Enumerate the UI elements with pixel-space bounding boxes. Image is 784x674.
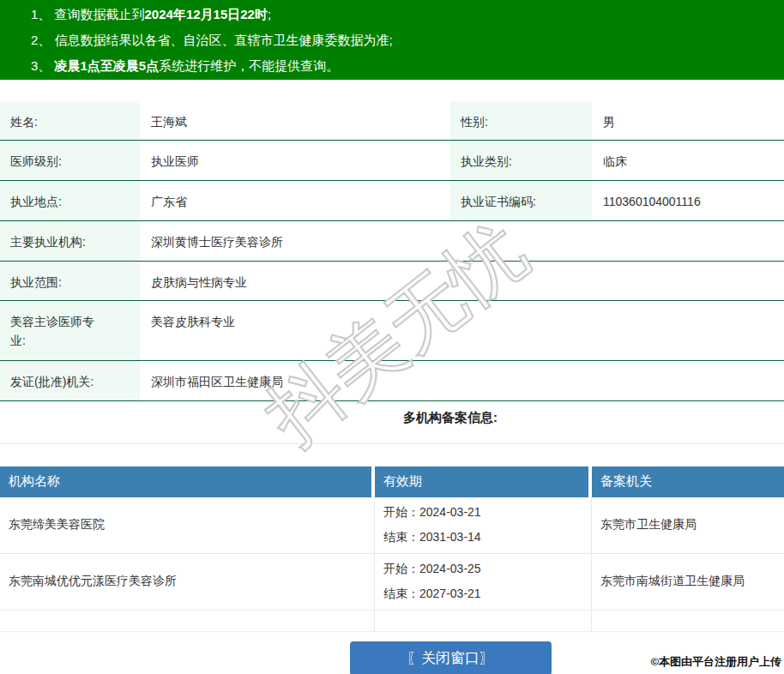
close-window-button[interactable]: 〖关闭窗口〗 <box>350 641 552 674</box>
notice-text: 系统进行维护，不能提供查询。 <box>159 58 339 73</box>
end-label: 结束： <box>383 530 419 544</box>
institution-name <box>0 611 375 632</box>
col-header-validity: 有效期 <box>375 466 592 497</box>
info-row-level-category: 医师级别: 执业医师 执业类别: 临床 <box>0 140 784 180</box>
label-issuing-authority: 发证(批准)机关: <box>0 360 140 400</box>
filing-table: 机构名称 有效期 备案机关 东莞缔美美容医院 开始：2024-03-21 结束：… <box>0 466 784 632</box>
filing-authority: 东莞市卫生健康局 <box>592 497 784 554</box>
filing-section-title: 多机构备案信息: <box>0 408 784 427</box>
notice-bold-text: 2024年12月15日22时 <box>145 7 268 21</box>
label-license-number: 执业证书编码: <box>450 180 592 220</box>
upload-attribution-note: ©本图由平台注册用户上传 <box>650 654 781 670</box>
filing-row-partial: 开始：2024-04-22 <box>0 611 784 632</box>
value-name: 王海斌 <box>140 101 450 140</box>
notice-line-3: 3、 凌晨1点至凌晨5点系统进行维护，不能提供查询。 <box>31 53 784 79</box>
info-row-practice-scope: 执业范围: 皮肤病与性病专业 <box>0 261 784 300</box>
end-label: 结束： <box>383 587 419 600</box>
validity-period: 开始：2024-03-21 结束：2031-03-14 <box>375 497 592 554</box>
validity-period: 开始：2024-04-22 <box>375 611 592 632</box>
validity-start: 开始：2024-03-25 <box>383 557 591 581</box>
info-row-issuing-authority: 发证(批准)机关: 深圳市福田区卫生健康局 <box>0 360 784 400</box>
validity-period: 开始：2024-03-25 结束：2027-03-21 <box>375 554 592 611</box>
label-practice-category: 执业类别: <box>450 140 592 180</box>
notice-text: 3、 <box>31 58 55 73</box>
notice-text: 1、 查询数据截止到 <box>31 7 145 21</box>
validity-end: 结束：2027-03-21 <box>383 581 591 606</box>
validity-start: 开始：2024-04-22 <box>383 626 591 632</box>
start-date: 2024-03-21 <box>419 505 481 519</box>
filing-row: 东莞南城优优元漾医疗美容诊所 开始：2024-03-25 结束：2027-03-… <box>0 554 784 611</box>
label-practice-location: 执业地点: <box>0 180 140 220</box>
institution-name: 东莞缔美美容医院 <box>0 497 375 554</box>
value-practice-location: 广东省 <box>140 180 450 220</box>
value-practice-category: 临床 <box>592 140 784 180</box>
start-label: 开始： <box>383 631 419 632</box>
start-label: 开始： <box>383 562 419 575</box>
validity-start: 开始：2024-03-21 <box>383 500 591 525</box>
label-main-institution: 主要执业机构: <box>0 220 140 261</box>
filing-header-row: 机构名称 有效期 备案机关 <box>0 466 784 497</box>
institution-name: 东莞南城优优元漾医疗美容诊所 <box>0 554 375 611</box>
start-label: 开始： <box>383 505 419 519</box>
value-license-number: 110360104001116 <box>592 180 784 220</box>
notice-text: ; <box>268 7 271 21</box>
query-result-window: 1、 查询数据截止到2024年12月15日22时; 2、 信息数据结果以各省、自… <box>0 0 784 674</box>
page-content: 1、 查询数据截止到2024年12月15日22时; 2、 信息数据结果以各省、自… <box>0 0 784 674</box>
value-gender: 男 <box>592 101 784 140</box>
label-gender: 性别: <box>450 101 592 140</box>
label-name: 姓名: <box>0 101 140 140</box>
filing-row: 东莞缔美美容医院 开始：2024-03-21 结束：2031-03-14 东莞市… <box>0 497 784 554</box>
start-date: 2024-04-22 <box>419 631 481 632</box>
value-cosmetic-specialty: 美容皮肤科专业 <box>140 300 784 360</box>
filing-authority: 东莞市南城街道卫生健康局 <box>592 554 784 611</box>
value-main-institution: 深圳黄博士医疗美容诊所 <box>140 220 784 261</box>
end-date: 2027-03-21 <box>419 587 481 600</box>
filing-authority <box>592 611 784 632</box>
info-row-main-institution: 主要执业机构: 深圳黄博士医疗美容诊所 <box>0 220 784 261</box>
section-divider <box>0 443 784 444</box>
filing-table-clip-area: 机构名称 有效期 备案机关 东莞缔美美容医院 开始：2024-03-21 结束：… <box>0 466 784 632</box>
doctor-info-table: 姓名: 王海斌 性别: 男 医师级别: 执业医师 执业类别: 临床 执业地点: … <box>0 101 784 401</box>
col-header-institution: 机构名称 <box>0 466 375 497</box>
notice-line-1: 1、 查询数据截止到2024年12月15日22时; <box>31 2 784 27</box>
validity-end: 结束：2031-03-14 <box>383 525 591 550</box>
info-row-name-gender: 姓名: 王海斌 性别: 男 <box>0 101 784 140</box>
notice-bold-text: 凌晨1点至凌晨5点 <box>55 58 160 73</box>
value-practice-scope: 皮肤病与性病专业 <box>140 261 784 300</box>
info-row-location-license: 执业地点: 广东省 执业证书编码: 110360104001116 <box>0 180 784 220</box>
value-issuing-authority: 深圳市福田区卫生健康局 <box>140 360 784 400</box>
label-practice-scope: 执业范围: <box>0 261 140 300</box>
start-date: 2024-03-25 <box>419 562 481 575</box>
col-header-authority: 备案机关 <box>592 466 784 497</box>
notice-banner: 1、 查询数据截止到2024年12月15日22时; 2、 信息数据结果以各省、自… <box>0 0 784 80</box>
notice-line-2: 2、 信息数据结果以各省、自治区、直辖市卫生健康委数据为准; <box>31 27 784 53</box>
end-date: 2031-03-14 <box>419 530 481 544</box>
label-cosmetic-specialty: 美容主诊医师专业: <box>0 300 140 360</box>
notice-text: 2、 信息数据结果以各省、自治区、直辖市卫生健康委数据为准; <box>31 33 393 47</box>
info-row-cosmetic-specialty: 美容主诊医师专业: 美容皮肤科专业 <box>0 300 784 360</box>
label-doctor-level: 医师级别: <box>0 140 140 180</box>
value-doctor-level: 执业医师 <box>140 140 450 180</box>
